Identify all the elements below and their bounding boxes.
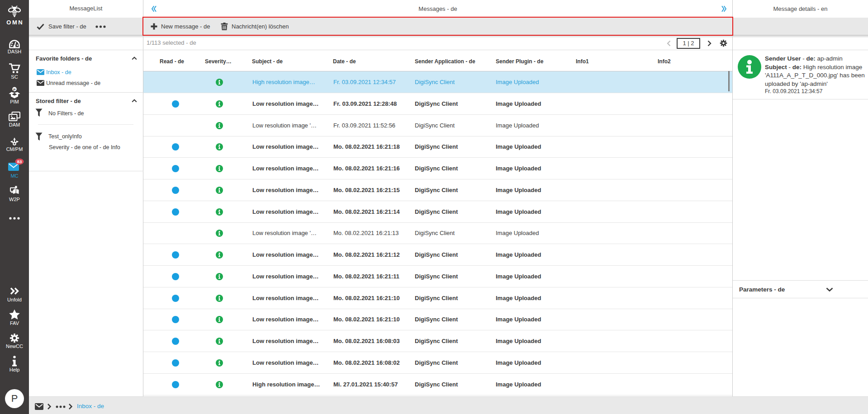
- svg-text:P: P: [13, 88, 16, 92]
- svg-text:83: 83: [17, 159, 22, 164]
